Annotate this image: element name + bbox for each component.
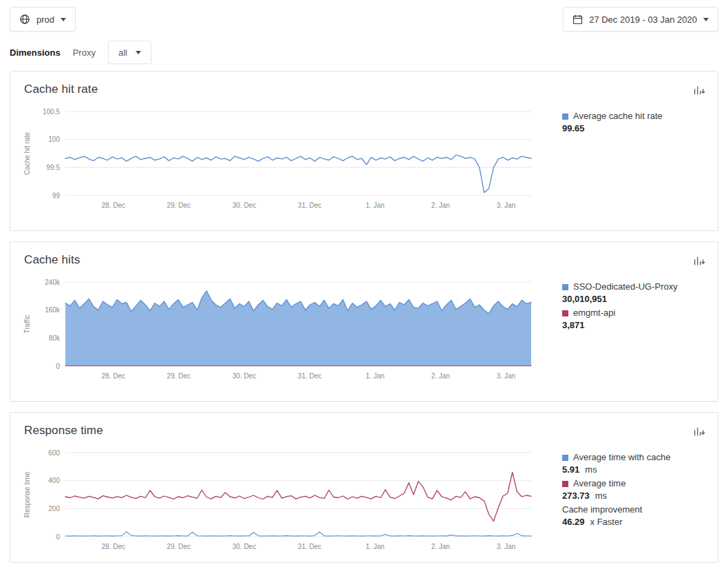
download-report-icon[interactable] [692,424,707,442]
legend-label: Average cache hit rate [573,111,663,122]
calendar-icon [572,14,583,25]
chart-title: Cache hit rate [24,83,98,96]
dimension-name-proxy: Proxy [73,47,96,58]
download-report-icon[interactable] [692,83,707,100]
svg-text:100.5: 100.5 [43,108,60,116]
legend-value-unit: x Faster [590,517,623,527]
download-report-icon[interactable] [692,253,707,271]
legend-label: SSO-Dedicated-UG-Proxy [573,281,678,292]
svg-text:160k: 160k [45,306,61,314]
environment-label: prod [36,14,54,25]
svg-text:400: 400 [48,477,60,484]
legend-item: Average time [562,478,707,489]
svg-text:Response time: Response time [23,471,31,517]
legend-value: 3,871 [562,320,707,331]
svg-text:1. Jan: 1. Jan [366,202,385,209]
legend-value: 46.29x Faster [562,517,707,528]
svg-text:200: 200 [48,505,60,513]
svg-text:30. Dec: 30. Dec [233,543,256,550]
cache-hits-legend: SSO-Dedicated-UG-Proxy30,010,951emgmt-ap… [562,275,707,385]
legend-value-unit: ms [595,491,607,501]
svg-text:1. Jan: 1. Jan [366,372,385,380]
environment-selector[interactable]: prod [10,7,76,32]
chart-card-response-time: Response time 0200400600Response time28.… [10,412,718,563]
legend-swatch [562,284,568,290]
cache-hit-rate-legend: Average cache hit rate99.65 [562,105,707,215]
svg-text:100: 100 [48,136,60,143]
cache-hits-chart: 080k160k240kTraffic28. Dec29. Dec30. Dec… [21,275,535,385]
svg-text:600: 600 [48,449,60,457]
legend-value-unit: ms [585,464,597,475]
legend-value: 273.73ms [562,491,707,502]
svg-text:80k: 80k [49,334,61,342]
date-range-picker[interactable]: 27 Dec 2019 - 03 Jan 2020 [563,7,718,32]
filter-bar: Dimensions Proxy all [0,32,728,71]
chart-card-cache-hit-rate: Cache hit rate 9999.5100100.5Cache hit r… [10,71,718,231]
chevron-down-icon [61,18,66,21]
legend-item: Cache improvement [562,504,707,515]
legend-value: 5.91ms [562,464,707,475]
svg-text:99: 99 [52,192,61,200]
topbar: prod 27 Dec 2019 - 03 Jan 2020 [0,0,728,32]
chevron-down-icon [136,51,141,54]
svg-text:2. Jan: 2. Jan [431,372,450,380]
svg-text:3. Jan: 3. Jan [497,202,515,209]
svg-text:Traffic: Traffic [23,314,31,333]
svg-text:0: 0 [56,363,60,370]
svg-text:31. Dec: 31. Dec [298,202,321,209]
globe-icon [19,14,30,25]
legend-label: Average time with cache [573,452,670,463]
legend-label: Average time [573,478,625,489]
svg-text:29. Dec: 29. Dec [167,202,191,209]
svg-text:99.5: 99.5 [47,164,61,171]
legend-swatch [562,481,568,487]
svg-text:30. Dec: 30. Dec [233,372,256,380]
svg-text:31. Dec: 31. Dec [298,543,321,550]
cache-hit-rate-chart: 9999.5100100.5Cache hit rate28. Dec29. D… [21,105,535,215]
legend-item: Average cache hit rate [562,111,707,122]
svg-text:28. Dec: 28. Dec [101,202,125,209]
legend-label: Cache improvement [562,504,642,515]
response-time-chart: 0200400600Response time28. Dec29. Dec30.… [21,446,535,556]
svg-text:240k: 240k [45,279,61,286]
svg-text:31. Dec: 31. Dec [298,372,321,380]
legend-swatch [562,114,568,120]
svg-text:28. Dec: 28. Dec [101,543,125,550]
svg-text:29. Dec: 29. Dec [167,372,191,380]
legend-value: 30,010,951 [562,294,707,305]
dimension-value-dropdown[interactable]: all [108,41,151,64]
svg-text:30. Dec: 30. Dec [233,202,256,209]
svg-text:3. Jan: 3. Jan [497,543,515,550]
svg-text:1. Jan: 1. Jan [366,543,385,550]
chart-card-cache-hits: Cache hits 080k160k240kTraffic28. Dec29.… [10,241,718,402]
svg-text:Cache hit rate: Cache hit rate [23,131,31,175]
legend-swatch [562,455,568,461]
legend-item: Average time with cache [562,452,707,463]
legend-item: emgmt-api [562,308,707,319]
legend-swatch [562,310,568,316]
chevron-down-icon [703,18,709,21]
response-time-legend: Average time with cache5.91msAverage tim… [562,446,707,556]
legend-item: SSO-Dedicated-UG-Proxy [562,281,707,292]
svg-text:3. Jan: 3. Jan [497,372,515,380]
svg-text:29. Dec: 29. Dec [167,543,191,550]
svg-text:28. Dec: 28. Dec [101,372,125,380]
svg-text:0: 0 [56,533,60,541]
svg-text:2. Jan: 2. Jan [431,202,450,209]
dimension-value-label: all [118,47,127,58]
legend-value: 99.65 [562,123,707,134]
legend-label: emgmt-api [573,308,615,319]
chart-title: Cache hits [24,253,80,267]
svg-text:2. Jan: 2. Jan [431,543,450,550]
date-range-label: 27 Dec 2019 - 03 Jan 2020 [589,14,697,25]
dimensions-label: Dimensions [10,47,61,58]
chart-title: Response time [24,424,103,438]
